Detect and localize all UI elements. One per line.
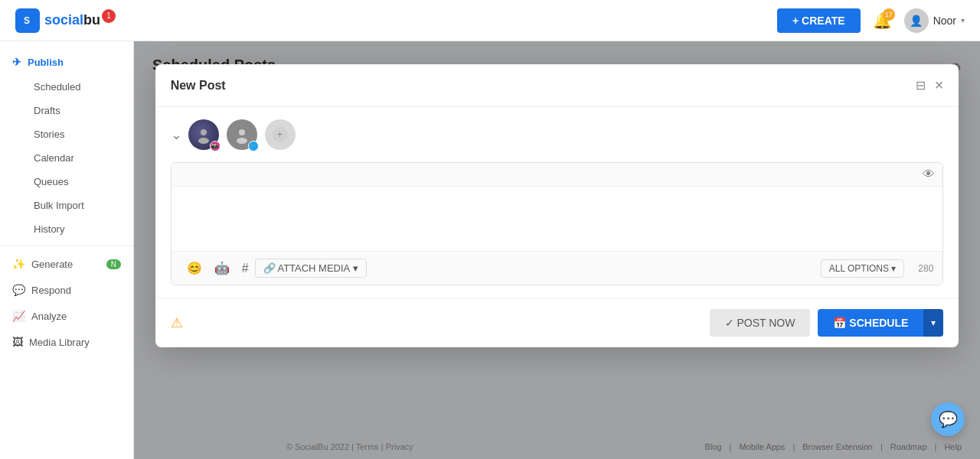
sidebar-item-generate[interactable]: ✨ Generate N bbox=[0, 251, 133, 277]
svg-text:S: S bbox=[24, 15, 30, 26]
sidebar-item-history[interactable]: History bbox=[21, 217, 133, 241]
post-now-button[interactable]: ✓ POST NOW bbox=[710, 309, 811, 337]
toolbar-right: ALL OPTIONS ▾ 280 bbox=[821, 259, 934, 278]
generate-label: Generate bbox=[31, 259, 73, 270]
modal-title: New Post bbox=[171, 79, 226, 93]
maximize-icon[interactable]: ⊟ bbox=[916, 78, 926, 93]
sidebar-item-respond[interactable]: 💬 Respond bbox=[0, 277, 133, 303]
all-options-dropdown-icon: ▾ bbox=[891, 263, 896, 274]
compose-textarea[interactable] bbox=[172, 187, 943, 248]
twitter-badge: 🐦 bbox=[248, 141, 259, 151]
drafts-label: Drafts bbox=[34, 105, 60, 116]
account-1[interactable]: 📸 bbox=[188, 119, 219, 150]
bell-badge: 17 bbox=[883, 8, 895, 21]
analyze-icon: 📈 bbox=[12, 310, 25, 322]
schedule-btn-group: 📅 SCHEDULE ▾ bbox=[818, 309, 943, 337]
sidebar-item-stories[interactable]: Stories bbox=[21, 122, 133, 146]
new-post-modal: New Post ⊟ × ⌄ bbox=[155, 64, 959, 347]
media-library-icon: 🖼 bbox=[12, 336, 23, 348]
attach-dropdown-icon: ▾ bbox=[353, 262, 358, 274]
compose-area: 👁 😊 🤖 # bbox=[171, 162, 944, 285]
hashtag-icon: # bbox=[242, 262, 249, 275]
svg-point-3 bbox=[198, 138, 209, 144]
modal-body: ⌄ 📸 🐦 bbox=[155, 107, 959, 298]
attach-label: 🔗 ATTACH MEDIA bbox=[263, 262, 351, 274]
modal-footer: ⚠ ✓ POST NOW 📅 SCHEDULE ▾ bbox=[155, 298, 959, 347]
sidebar-item-media-library[interactable]: 🖼 Media Library bbox=[0, 329, 133, 355]
respond-label: Respond bbox=[31, 285, 71, 296]
topnav-right: + CREATE 🔔 17 👤 Noor ▾ bbox=[777, 8, 965, 33]
svg-point-2 bbox=[201, 129, 207, 135]
queues-label: Queues bbox=[34, 176, 69, 187]
warning-icon: ⚠ bbox=[171, 314, 183, 331]
ai-icon: 🤖 bbox=[214, 261, 230, 275]
sidebar-item-queues[interactable]: Queues bbox=[21, 170, 133, 194]
analyze-label: Analyze bbox=[31, 311, 67, 322]
generate-icon: ✨ bbox=[12, 258, 25, 270]
history-label: History bbox=[34, 223, 64, 235]
preview-icon[interactable]: 👁 bbox=[923, 168, 935, 181]
logo-text: socialbu bbox=[44, 12, 100, 28]
sidebar-item-drafts[interactable]: Drafts bbox=[21, 99, 133, 122]
svg-text:+: + bbox=[277, 129, 283, 140]
logo[interactable]: S socialbu bbox=[15, 8, 100, 33]
all-options-button[interactable]: ALL OPTIONS ▾ bbox=[821, 259, 905, 278]
account-2[interactable]: 🐦 bbox=[227, 119, 257, 150]
user-name: Noor bbox=[933, 15, 956, 27]
schedule-button[interactable]: 📅 SCHEDULE bbox=[818, 309, 923, 337]
sidebar-divider-1 bbox=[0, 246, 133, 246]
user-menu[interactable]: 👤 Noor ▾ bbox=[904, 8, 965, 33]
main-content: Scheduled Posts ⚙ New Post ⊟ × ⌄ bbox=[134, 41, 980, 459]
svg-point-5 bbox=[237, 138, 247, 144]
create-button[interactable]: + CREATE bbox=[777, 8, 861, 33]
attach-media-button[interactable]: 🔗 ATTACH MEDIA ▾ bbox=[255, 259, 368, 278]
bulk-import-label: Bulk Import bbox=[34, 200, 84, 211]
topnav-left: S socialbu 1 bbox=[15, 8, 116, 33]
svg-point-4 bbox=[239, 129, 245, 135]
instagram-badge: 📸 bbox=[210, 141, 220, 151]
sidebar: ✈ Publish Scheduled Drafts Stories Calen… bbox=[0, 41, 134, 459]
sidebar-item-scheduled[interactable]: Scheduled bbox=[21, 75, 133, 99]
close-icon[interactable]: × bbox=[935, 76, 944, 94]
scheduled-label: Scheduled bbox=[34, 81, 80, 93]
char-count: 280 bbox=[910, 263, 933, 274]
sidebar-item-analyze[interactable]: 📈 Analyze bbox=[0, 303, 133, 329]
topnav: S socialbu 1 + CREATE 🔔 17 👤 Noor ▾ bbox=[0, 0, 980, 41]
hashtag-button[interactable]: # bbox=[236, 259, 255, 278]
calendar-label: Calendar bbox=[34, 152, 74, 164]
avatar: 👤 bbox=[904, 8, 929, 33]
modal-overlay: New Post ⊟ × ⌄ bbox=[134, 41, 980, 459]
logo-icon: S bbox=[15, 8, 40, 33]
account-toggle-icon[interactable]: ⌄ bbox=[171, 126, 182, 143]
chat-fab[interactable]: 💬 bbox=[931, 402, 965, 436]
emoji-button[interactable]: 😊 bbox=[181, 258, 208, 278]
sidebar-subnav: Scheduled Drafts Stories Calendar Queues… bbox=[0, 75, 133, 241]
media-library-label: Media Library bbox=[29, 337, 90, 348]
notifications-bell[interactable]: 🔔 17 bbox=[873, 11, 892, 30]
sidebar-item-publish[interactable]: ✈ Publish bbox=[0, 49, 133, 75]
logo-notification-badge: 1 bbox=[102, 9, 116, 23]
modal-header: New Post ⊟ × bbox=[155, 64, 959, 107]
user-dropdown-icon: ▾ bbox=[961, 16, 965, 24]
account-selector-row: ⌄ 📸 🐦 bbox=[171, 119, 944, 150]
sidebar-item-label-publish: Publish bbox=[28, 57, 64, 68]
chat-icon: 💬 bbox=[939, 410, 958, 428]
layout: ✈ Publish Scheduled Drafts Stories Calen… bbox=[0, 41, 980, 459]
respond-icon: 💬 bbox=[12, 284, 25, 296]
sidebar-item-calendar[interactable]: Calendar bbox=[21, 146, 133, 170]
compose-toolbar: 😊 🤖 # 🔗 ATTACH MEDIA ▾ bbox=[172, 251, 943, 285]
modal-header-icons: ⊟ × bbox=[916, 76, 944, 94]
emoji-icon: 😊 bbox=[187, 261, 202, 275]
sidebar-item-bulk-import[interactable]: Bulk Import bbox=[21, 194, 133, 217]
compose-top-bar: 👁 bbox=[172, 163, 943, 187]
account-3[interactable]: + bbox=[265, 119, 296, 150]
ai-button[interactable]: 🤖 bbox=[208, 258, 236, 278]
publish-icon: ✈ bbox=[12, 56, 21, 68]
all-options-label: ALL OPTIONS bbox=[829, 263, 889, 274]
schedule-dropdown-button[interactable]: ▾ bbox=[923, 309, 943, 337]
generate-badge: N bbox=[106, 259, 121, 269]
stories-label: Stories bbox=[34, 129, 64, 140]
